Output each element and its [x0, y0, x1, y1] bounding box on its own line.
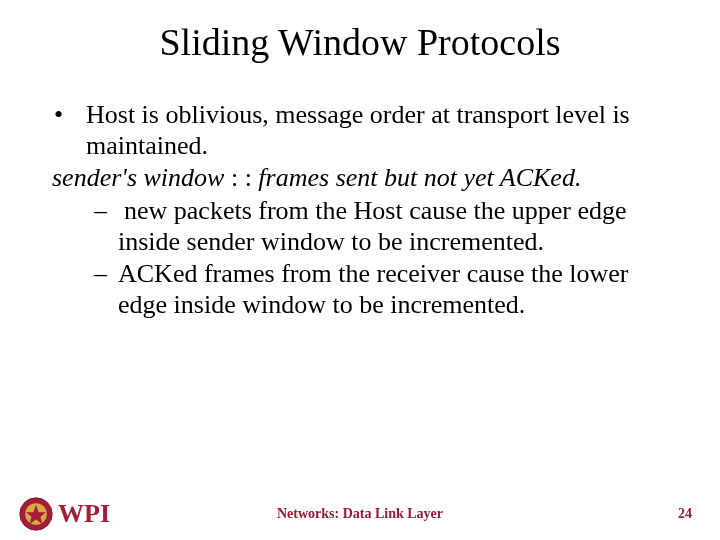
definition-sep: : :	[224, 163, 258, 192]
definition-term: sender's window	[52, 163, 224, 192]
sub-list: – new packets from the Host cause the up…	[94, 196, 672, 321]
sub-bullet-text: new packets from the Host cause the uppe…	[118, 196, 672, 257]
bullet-level-1: • Host is oblivious, message order at tr…	[52, 100, 672, 161]
dash-icon: –	[94, 196, 118, 257]
slide-title: Sliding Window Protocols	[0, 20, 720, 64]
sub-bullet-text: ACKed frames from the receiver cause the…	[118, 259, 672, 320]
slide: Sliding Window Protocols • Host is obliv…	[0, 0, 720, 540]
bullet-level-2: – ACKed frames from the receiver cause t…	[94, 259, 672, 320]
bullet-dot-icon: •	[52, 100, 86, 161]
bullet-text: Host is oblivious, message order at tran…	[86, 100, 672, 161]
page-number: 24	[678, 506, 692, 522]
slide-body: • Host is oblivious, message order at tr…	[52, 100, 672, 321]
dash-icon: –	[94, 259, 118, 320]
bullet-level-2: – new packets from the Host cause the up…	[94, 196, 672, 257]
definition-desc: frames sent but not yet ACKed.	[258, 163, 581, 192]
footer-title: Networks: Data Link Layer	[0, 506, 720, 522]
definition-line: sender's window : : frames sent but not …	[52, 163, 672, 194]
